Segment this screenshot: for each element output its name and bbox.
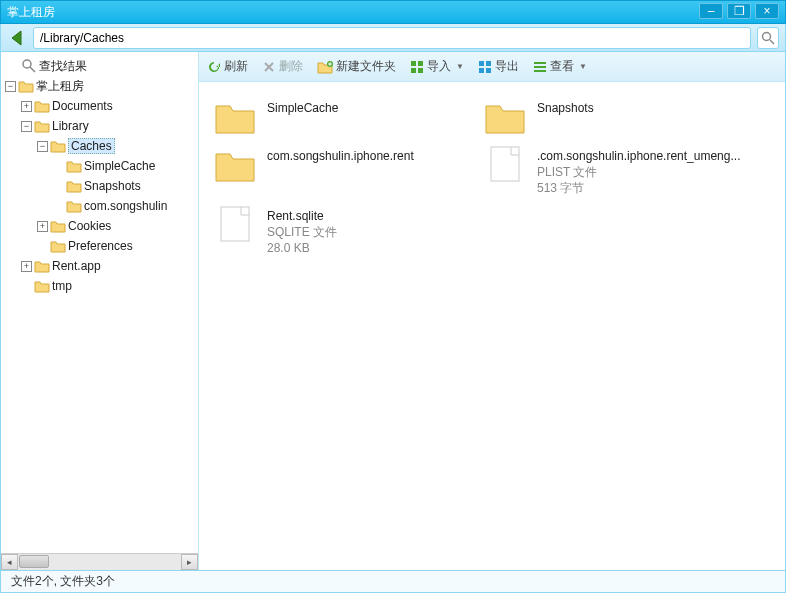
tree-snapshots[interactable]: Snapshots — [1, 176, 198, 196]
toolbar: 刷新 删除 新建文件夹 导入 ▼ 导出 查看 ▼ — [199, 52, 785, 82]
tree-library[interactable]: − Library — [1, 116, 198, 136]
expander-icon[interactable]: − — [21, 121, 32, 132]
item-name: SimpleCache — [267, 100, 338, 116]
svg-rect-16 — [491, 147, 519, 181]
scroll-track[interactable] — [50, 554, 181, 570]
tree-label: Rent.app — [52, 259, 101, 273]
item-subtitle: SQLITE 文件 — [267, 224, 337, 240]
close-button[interactable]: × — [755, 3, 779, 19]
list-item[interactable]: Rent.sqlite SQLITE 文件 28.0 KB — [209, 200, 479, 260]
item-name: com.songshulin.iphone.rent — [267, 148, 414, 164]
delete-button[interactable]: 删除 — [262, 58, 303, 75]
tree-documents[interactable]: + Documents — [1, 96, 198, 116]
scroll-left-button[interactable]: ◂ — [1, 554, 18, 570]
refresh-icon — [207, 60, 221, 74]
svg-rect-7 — [411, 68, 416, 73]
list-item[interactable]: com.songshulin.iphone.rent — [209, 140, 479, 200]
svg-rect-15 — [534, 70, 546, 72]
item-name: .com.songshulin.iphone.rent_umeng... — [537, 148, 740, 164]
list-item[interactable]: .com.songshulin.iphone.rent_umeng... PLI… — [479, 140, 749, 200]
tree-label: 查找结果 — [39, 58, 87, 75]
tree-tmp[interactable]: tmp — [1, 276, 198, 296]
svg-rect-17 — [221, 207, 249, 241]
list-item[interactable]: Snapshots — [479, 92, 749, 140]
folder-icon — [18, 78, 34, 94]
folder-tree: 查找结果 − 掌上租房 + Documents − Library — [1, 52, 198, 553]
folder-icon — [50, 218, 66, 234]
tree-cookies[interactable]: + Cookies — [1, 216, 198, 236]
path-input[interactable] — [33, 27, 751, 49]
svg-rect-10 — [486, 61, 491, 66]
button-label: 查看 — [550, 58, 574, 75]
scroll-right-button[interactable]: ▸ — [181, 554, 198, 570]
folder-icon — [34, 278, 50, 294]
minimize-button[interactable]: – — [699, 3, 723, 19]
status-text: 文件2个, 文件夹3个 — [11, 573, 115, 590]
svg-line-3 — [30, 67, 35, 72]
folder-icon — [483, 96, 527, 136]
file-icon — [213, 204, 257, 244]
new-folder-button[interactable]: 新建文件夹 — [317, 58, 396, 75]
import-button[interactable]: 导入 ▼ — [410, 58, 464, 75]
expander-icon[interactable]: + — [21, 261, 32, 272]
search-button[interactable] — [757, 27, 779, 49]
tree-label: Preferences — [68, 239, 133, 253]
file-icon — [483, 144, 527, 184]
scroll-thumb[interactable] — [19, 555, 49, 568]
tree-search-results[interactable]: 查找结果 — [1, 56, 198, 76]
item-name: Rent.sqlite — [267, 208, 337, 224]
svg-rect-6 — [418, 61, 423, 66]
tree-label: com.songshulin — [84, 199, 167, 213]
address-bar — [0, 24, 786, 52]
tree-label: Caches — [68, 138, 115, 154]
dropdown-arrow-icon: ▼ — [456, 62, 464, 71]
expander-icon[interactable]: − — [5, 81, 16, 92]
back-button[interactable] — [7, 28, 27, 48]
svg-rect-13 — [534, 62, 546, 64]
window-controls: – ❐ × — [699, 3, 779, 19]
tree-rentapp[interactable]: + Rent.app — [1, 256, 198, 276]
svg-rect-9 — [479, 61, 484, 66]
tree-root[interactable]: − 掌上租房 — [1, 76, 198, 96]
tree-label: Documents — [52, 99, 113, 113]
export-button[interactable]: 导出 — [478, 58, 519, 75]
svg-rect-14 — [534, 66, 546, 68]
folder-icon — [66, 178, 82, 194]
sidebar-horizontal-scrollbar[interactable]: ◂ ▸ — [1, 553, 198, 570]
expander-icon[interactable]: − — [37, 141, 48, 152]
view-icon — [533, 60, 547, 74]
import-icon — [410, 60, 424, 74]
content-pane: 刷新 删除 新建文件夹 导入 ▼ 导出 查看 ▼ — [199, 52, 785, 570]
expander-icon[interactable]: + — [21, 101, 32, 112]
status-bar: 文件2个, 文件夹3个 — [0, 571, 786, 593]
svg-rect-8 — [418, 68, 423, 73]
svg-rect-5 — [411, 61, 416, 66]
button-label: 新建文件夹 — [336, 58, 396, 75]
folder-open-icon — [50, 138, 66, 154]
folder-icon — [66, 198, 82, 214]
tree-simplecache[interactable]: SimpleCache — [1, 156, 198, 176]
svg-point-0 — [763, 32, 771, 40]
item-size: 513 字节 — [537, 180, 740, 196]
list-item[interactable]: SimpleCache — [209, 92, 479, 140]
folder-open-icon — [34, 118, 50, 134]
tree-comsongshulin[interactable]: com.songshulin — [1, 196, 198, 216]
item-subtitle: PLIST 文件 — [537, 164, 740, 180]
tree-caches[interactable]: − Caches — [1, 136, 198, 156]
tree-label: SimpleCache — [84, 159, 155, 173]
new-folder-icon — [317, 60, 333, 74]
folder-icon — [50, 238, 66, 254]
refresh-button[interactable]: 刷新 — [207, 58, 248, 75]
tree-preferences[interactable]: Preferences — [1, 236, 198, 256]
magnifier-icon — [761, 31, 775, 45]
maximize-button[interactable]: ❐ — [727, 3, 751, 19]
expander-icon[interactable]: + — [37, 221, 48, 232]
tree-label: Library — [52, 119, 89, 133]
view-button[interactable]: 查看 ▼ — [533, 58, 587, 75]
file-list[interactable]: SimpleCache Snapshots com.songshulin.iph… — [199, 82, 785, 570]
svg-rect-12 — [486, 68, 491, 73]
button-label: 导出 — [495, 58, 519, 75]
item-name: Snapshots — [537, 100, 594, 116]
svg-line-1 — [770, 40, 774, 44]
folder-icon — [34, 98, 50, 114]
